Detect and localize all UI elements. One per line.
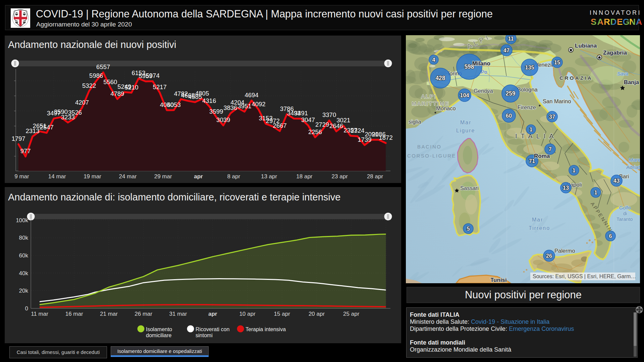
svg-text:di: di [623,211,627,216]
svg-text:2547: 2547 [40,124,54,131]
svg-text:47: 47 [503,47,509,53]
svg-text:apr: apr [194,173,203,180]
svg-text:Sava: Sava [617,71,628,76]
svg-text:R: R [604,17,610,27]
svg-text:11: 11 [508,36,514,42]
svg-text:Mar: Mar [460,120,472,125]
svg-text:10 apr: 10 apr [239,311,256,317]
svg-text:G: G [623,17,630,27]
svg-text:6: 6 [609,233,612,239]
svg-text:BACINO: BACINO [417,144,442,149]
svg-text:23 apr: 23 apr [332,173,348,180]
svg-text:3039: 3039 [216,116,230,123]
svg-text:2729: 2729 [315,121,329,128]
svg-text:4789: 4789 [110,90,124,97]
svg-text:Isolamento: Isolamento [146,326,172,332]
svg-text:14 mar: 14 mar [48,173,66,180]
svg-text:135: 135 [525,64,534,70]
svg-text:80k: 80k [19,235,29,241]
svg-text:Bologna: Bologna [517,86,538,93]
svg-text:3951: 3951 [237,103,251,110]
svg-text:5217: 5217 [153,83,167,90]
svg-text:3047: 3047 [301,116,315,123]
svg-text:Palermo: Palermo [554,248,575,254]
svg-text:100k: 100k [16,217,28,224]
svg-text:Sassari: Sassari [460,185,479,191]
svg-text:259: 259 [505,90,515,97]
svg-text:5: 5 [467,226,470,232]
svg-text:3526: 3526 [68,109,82,116]
svg-text:sintomi: sintomi [196,333,213,338]
svg-text:5322: 5322 [82,82,96,89]
svg-text:31 mar: 31 mar [169,311,187,317]
svg-text:13 apr: 13 apr [261,173,277,180]
svg-text:43: 43 [613,178,620,184]
svg-text:26 mar: 26 mar [135,311,152,317]
svg-text:26: 26 [546,253,552,259]
svg-text:Tirreno: Tirreno [529,225,550,231]
svg-text:Mare: Mare [629,157,640,163]
svg-text:4316: 4316 [202,97,216,104]
svg-text:5560: 5560 [103,78,117,85]
svg-text:Ligure: Ligure [456,128,475,133]
svg-text:siglia: siglia [409,119,421,125]
svg-text:24 mar: 24 mar [119,173,137,180]
svg-text:Genova: Genova [474,88,493,94]
svg-text:8 apr: 8 apr [227,173,240,180]
svg-text:2667: 2667 [273,122,287,129]
svg-text:Po: Po [481,69,487,75]
svg-text:6557: 6557 [96,63,110,70]
svg-text:104: 104 [460,92,469,98]
svg-text:CROAZIA: CROAZIA [559,75,593,81]
svg-text:4694: 4694 [245,92,258,99]
svg-text:4805: 4805 [195,90,209,97]
svg-text:29 mar: 29 mar [154,173,172,180]
svg-text:5210: 5210 [124,84,138,91]
svg-text:9 mar: 9 mar [14,173,29,180]
svg-text:20k: 20k [19,288,29,294]
svg-text:Lubiana: Lubiana [575,43,597,49]
svg-text:E: E [617,17,623,27]
svg-text:CORSO-LIGURE: CORSO-LIGURE [407,153,456,159]
svg-text:0: 0 [25,305,28,312]
svg-text:20 apr: 20 apr [309,311,325,317]
svg-text:3599: 3599 [209,108,223,115]
svg-text:977: 977 [20,147,31,155]
svg-text:3021: 3021 [336,117,350,124]
svg-text:2256: 2256 [308,128,322,135]
svg-text:Golfo: Golfo [619,205,631,210]
svg-text:Terapia intensiva: Terapia intensiva [246,326,286,332]
svg-text:Milano: Milano [472,60,490,67]
svg-text:18 apr: 18 apr [296,173,313,180]
svg-text:1: 1 [529,126,532,132]
svg-text:Taranto: Taranto [616,217,633,222]
svg-text:37: 37 [549,114,555,120]
svg-text:Zagabria: Zagabria [603,50,627,56]
svg-text:Mar: Mar [532,217,543,223]
svg-text:60: 60 [506,113,512,119]
svg-text:A: A [597,17,604,27]
svg-text:D: D [610,17,617,27]
svg-text:13: 13 [563,185,569,191]
svg-text:S: S [591,17,596,27]
svg-text:Adriati: Adriati [626,164,640,170]
svg-text:1: 1 [572,167,575,173]
svg-text:60k: 60k [19,252,29,259]
svg-text:4207: 4207 [75,99,89,106]
svg-text:3491: 3491 [294,110,308,117]
svg-text:ALPI: ALPI [421,94,437,99]
svg-text:1797: 1797 [11,135,25,142]
svg-text:21 mar: 21 mar [100,311,118,317]
svg-text:MARITTIME: MARITTIME [412,101,449,106]
svg-text:Tunisi: Tunisi [490,277,507,283]
svg-text:Firenze: Firenze [518,104,536,110]
svg-text:4092: 4092 [252,101,265,108]
svg-text:3370: 3370 [322,111,336,118]
svg-text:15 apr: 15 apr [274,311,290,317]
svg-text:San Marino: San Marino [543,98,571,104]
svg-text:5986: 5986 [89,72,103,79]
svg-text:15: 15 [554,59,560,65]
svg-text:11 mar: 11 mar [31,311,48,317]
svg-text:4053: 4053 [167,101,181,108]
svg-text:2324: 2324 [351,127,364,134]
